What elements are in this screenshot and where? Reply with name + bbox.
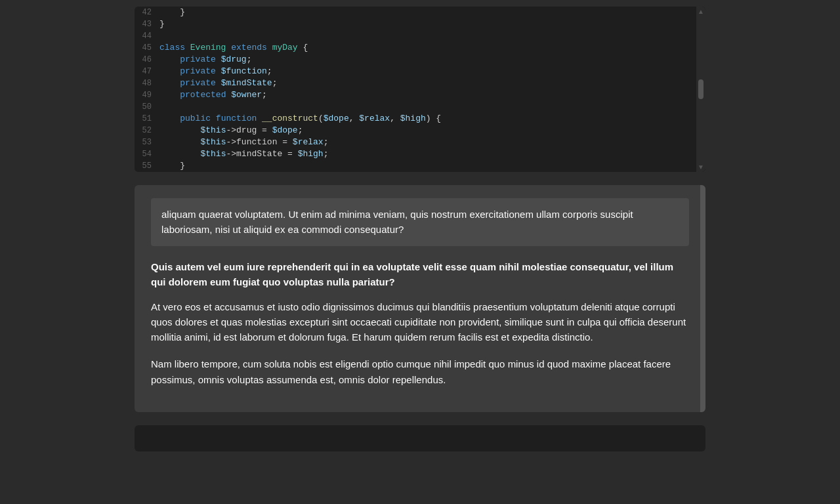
scroll-up-arrow[interactable]: ▲ bbox=[696, 8, 705, 15]
scroll-down-arrow[interactable]: ▼ bbox=[696, 163, 705, 171]
bottom-code-stub bbox=[135, 425, 705, 452]
code-scroll-container: 42 }43}4445class Evening extends myDay {… bbox=[135, 7, 705, 172]
line-number: 49 bbox=[135, 89, 159, 101]
table-row: 51 public function __construct($dope, $r… bbox=[135, 113, 441, 125]
table-row: 54 $this->mindState = $high; bbox=[135, 148, 441, 160]
code-block: 42 }43}4445class Evening extends myDay {… bbox=[135, 7, 705, 172]
line-content: private $function; bbox=[159, 66, 272, 77]
line-content: $this->function = $relax; bbox=[159, 136, 328, 148]
table-row: 48 private $mindState; bbox=[135, 77, 441, 89]
table-row: 46 private $drug; bbox=[135, 54, 441, 66]
code-lines: 42 }43}4445class Evening extends myDay {… bbox=[135, 7, 450, 172]
quote-text: aliquam quaerat voluptatem. Ut enim ad m… bbox=[161, 207, 679, 237]
line-number: 47 bbox=[135, 66, 159, 77]
page-container: 42 }43}4445class Evening extends myDay {… bbox=[0, 7, 840, 452]
line-number: 43 bbox=[135, 18, 159, 30]
table-row: 45class Evening extends myDay { bbox=[135, 42, 441, 54]
table-row: 50 bbox=[135, 101, 441, 113]
table-row: 42 } bbox=[135, 7, 441, 18]
line-number: 44 bbox=[135, 30, 159, 42]
line-content: private $drug; bbox=[159, 54, 251, 66]
line-number: 48 bbox=[135, 77, 159, 89]
line-number: 53 bbox=[135, 136, 159, 148]
line-content: } bbox=[159, 7, 185, 18]
line-content: } bbox=[159, 18, 165, 30]
line-number: 54 bbox=[135, 148, 159, 160]
line-number: 55 bbox=[135, 160, 159, 172]
quote-block: aliquam quaerat voluptatem. Ut enim ad m… bbox=[151, 198, 689, 246]
table-row: 43} bbox=[135, 18, 441, 30]
line-content: $this->drug = $dope; bbox=[159, 125, 303, 136]
table-row: 52 $this->drug = $dope; bbox=[135, 125, 441, 136]
heading-paragraph: Quis autem vel eum iure reprehenderit qu… bbox=[151, 259, 689, 290]
line-number: 51 bbox=[135, 113, 159, 125]
body-paragraph-2: Nam libero tempore, cum soluta nobis est… bbox=[151, 356, 689, 387]
line-number: 46 bbox=[135, 54, 159, 66]
line-number: 52 bbox=[135, 125, 159, 136]
code-scrollbar[interactable]: ▲ ▼ bbox=[696, 7, 705, 172]
line-content: $this->mindState = $high; bbox=[159, 148, 328, 160]
line-number: 45 bbox=[135, 42, 159, 54]
text-block: aliquam quaerat voluptatem. Ut enim ad m… bbox=[135, 185, 705, 412]
line-number: 42 bbox=[135, 7, 159, 18]
line-number: 50 bbox=[135, 101, 159, 113]
table-row: 44 bbox=[135, 30, 441, 42]
code-block-wrapper: 42 }43}4445class Evening extends myDay {… bbox=[135, 7, 705, 172]
table-row: 55 } bbox=[135, 160, 441, 172]
line-content: private $mindState; bbox=[159, 77, 277, 89]
table-row: 49 protected $owner; bbox=[135, 89, 441, 101]
text-scrollbar[interactable] bbox=[700, 185, 705, 412]
scrollbar-thumb[interactable] bbox=[698, 79, 704, 99]
table-row: 47 private $function; bbox=[135, 66, 441, 77]
line-content: public function __construct($dope, $rela… bbox=[159, 113, 441, 125]
line-content: class Evening extends myDay { bbox=[159, 42, 308, 54]
table-row: 53 $this->function = $relax; bbox=[135, 136, 441, 148]
line-content: protected $owner; bbox=[159, 89, 267, 101]
body-paragraph-1: At vero eos et accusamus et iusto odio d… bbox=[151, 299, 689, 345]
line-content: } bbox=[159, 160, 185, 172]
